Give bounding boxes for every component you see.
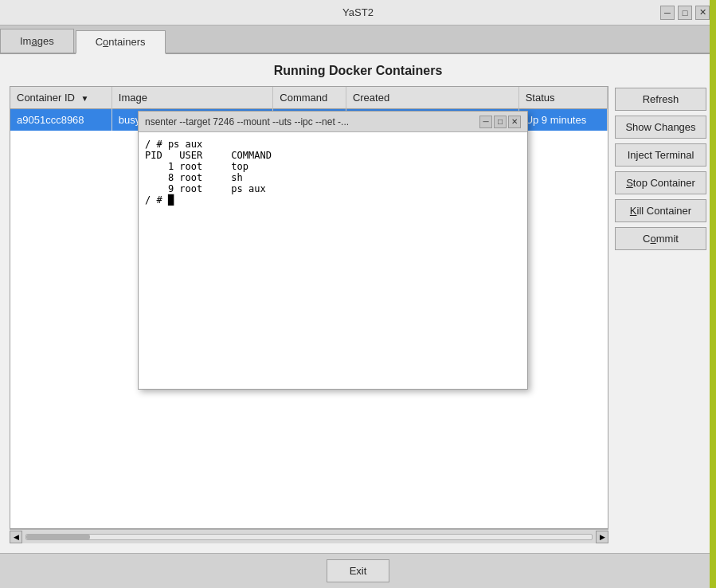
window-controls: ─ □ ✕	[660, 6, 710, 20]
kill-container-button[interactable]: Kill Container	[615, 199, 706, 222]
title-bar: YaST2 ─ □ ✕	[0, 0, 716, 25]
terminal-minimize-button[interactable]: ─	[479, 116, 492, 128]
terminal-body[interactable]: / # ps aux PID USER COMMAND 1 root top 8…	[139, 132, 527, 389]
scroll-right-button[interactable]: ▶	[596, 531, 608, 543]
inject-terminal-button[interactable]: Inject Terminal	[615, 143, 706, 167]
stop-container-button[interactable]: Stop Container	[615, 171, 706, 194]
col-image[interactable]: Image	[112, 87, 273, 109]
terminal-maximize-button[interactable]: □	[494, 116, 507, 128]
minimize-button[interactable]: ─	[660, 6, 675, 20]
col-command[interactable]: Command	[273, 87, 346, 109]
bottom-bar: Exit	[0, 553, 716, 588]
tab-containers[interactable]: Containers	[76, 30, 166, 54]
action-buttons: Refresh Show Changes Inject Terminal Sto…	[615, 86, 706, 543]
terminal-title-bar: nsenter --target 7246 --mount --uts --ip…	[139, 112, 527, 132]
terminal-controls: ─ □ ✕	[479, 116, 521, 128]
commit-label: Commit	[643, 233, 679, 245]
terminal-popup: nsenter --target 7246 --mount --uts --ip…	[138, 111, 528, 390]
col-container-id[interactable]: Container ID ▼	[10, 87, 112, 109]
scroll-thumb[interactable]	[26, 535, 90, 539]
scroll-left-button[interactable]: ◀	[10, 531, 22, 543]
tab-containers-label: Containers	[96, 36, 146, 48]
page-title: Running Docker Containers	[10, 64, 706, 78]
tab-bar: Images Containers	[0, 25, 716, 54]
maximize-button[interactable]: □	[678, 6, 692, 20]
kill-container-label: Kill Container	[630, 205, 691, 217]
exit-button[interactable]: Exit	[327, 559, 390, 582]
main-content: Running Docker Containers Container ID ▼…	[0, 54, 716, 553]
side-accent	[710, 0, 716, 588]
show-changes-button[interactable]: Show Changes	[615, 116, 706, 139]
horizontal-scrollbar[interactable]: ◀ ▶	[10, 529, 608, 543]
col-created[interactable]: Created	[346, 87, 518, 109]
table-header-row: Container ID ▼ Image Command Created Sta…	[10, 87, 608, 109]
window-title: YaST2	[342, 6, 374, 18]
table-side: Container ID ▼ Image Command Created Sta…	[10, 86, 608, 543]
scroll-track[interactable]	[25, 534, 593, 540]
inject-terminal-label: Inject Terminal	[628, 149, 694, 161]
cell-status: Up 9 minutes	[518, 109, 607, 131]
stop-container-label: Stop Container	[626, 177, 695, 189]
sort-arrow-icon: ▼	[81, 94, 89, 103]
tab-images-label: Images	[20, 35, 54, 47]
refresh-button[interactable]: Refresh	[615, 88, 706, 111]
close-button[interactable]: ✕	[695, 6, 710, 20]
content-area: Container ID ▼ Image Command Created Sta…	[10, 86, 706, 543]
table-container: Container ID ▼ Image Command Created Sta…	[10, 86, 608, 529]
commit-button[interactable]: Commit	[615, 227, 706, 250]
terminal-close-button[interactable]: ✕	[508, 116, 521, 128]
show-changes-label: Show Changes	[625, 121, 695, 133]
cell-container_id: a9051ccc8968	[10, 109, 112, 131]
terminal-title-text: nsenter --target 7246 --mount --uts --ip…	[145, 116, 349, 127]
tab-images[interactable]: Images	[0, 29, 74, 53]
col-status[interactable]: Status	[518, 87, 607, 109]
